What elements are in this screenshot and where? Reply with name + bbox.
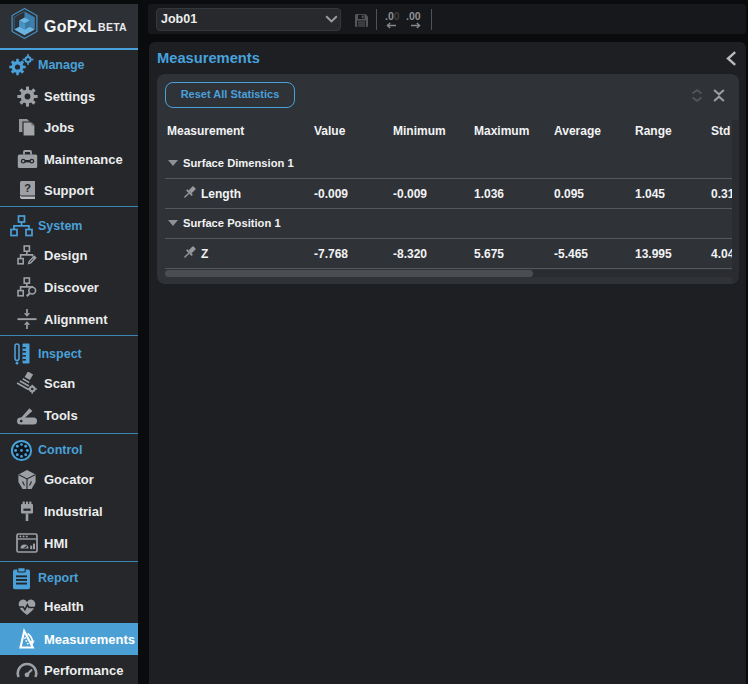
svg-text:?: ? — [24, 182, 31, 194]
